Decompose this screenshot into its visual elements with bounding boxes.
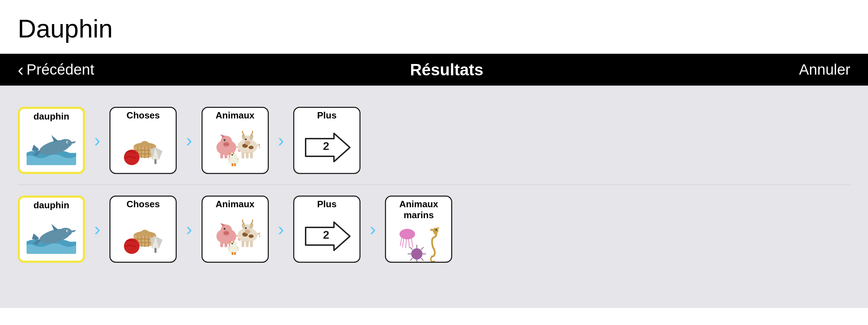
svg-rect-75 bbox=[242, 241, 244, 247]
category-card-animaux[interactable]: Animaux bbox=[202, 107, 269, 174]
svg-point-46 bbox=[67, 230, 68, 231]
svg-text:2: 2 bbox=[323, 140, 329, 152]
nav-center-title: Résultats bbox=[410, 60, 483, 79]
arrow-icon: › bbox=[186, 219, 192, 240]
svg-point-17 bbox=[223, 142, 229, 147]
cancel-button[interactable]: Annuler bbox=[799, 61, 850, 78]
svg-rect-40 bbox=[234, 163, 236, 166]
svg-point-28 bbox=[249, 146, 254, 149]
svg-point-19 bbox=[227, 144, 228, 145]
category-card-image bbox=[203, 122, 268, 173]
plus-card-image: 2 bbox=[294, 122, 359, 173]
arrow-icon: › bbox=[370, 219, 376, 240]
svg-rect-76 bbox=[246, 241, 249, 247]
plus-card[interactable]: Plus 2 bbox=[293, 107, 361, 174]
plus-card-image: 2 bbox=[294, 210, 359, 262]
back-button[interactable]: ‹ Précédent bbox=[18, 61, 94, 79]
arrow-icon: › bbox=[278, 130, 284, 151]
svg-point-59 bbox=[223, 231, 229, 236]
svg-rect-63 bbox=[220, 242, 223, 247]
svg-point-30 bbox=[245, 141, 250, 145]
word-card[interactable]: dauphin bbox=[18, 107, 85, 174]
page-title-area: Dauphin bbox=[0, 0, 868, 54]
card-notch bbox=[207, 196, 217, 197]
word-card-label: dauphin bbox=[31, 198, 71, 211]
svg-rect-81 bbox=[232, 252, 233, 255]
svg-line-90 bbox=[410, 247, 413, 250]
svg-rect-33 bbox=[242, 152, 244, 158]
arrow-icon: › bbox=[94, 130, 100, 151]
category-card-label: Animaux bbox=[214, 108, 257, 122]
svg-rect-82 bbox=[234, 252, 236, 255]
category-card-label: Choses bbox=[124, 197, 162, 210]
category-card-label: Animaux marins bbox=[386, 197, 451, 221]
svg-rect-39 bbox=[232, 163, 233, 166]
category-card-choses[interactable]: Choses bbox=[109, 196, 177, 263]
nav-bar: ‹ Précédent Résultats Annuler bbox=[0, 54, 868, 86]
card-notch bbox=[115, 196, 125, 197]
svg-rect-34 bbox=[246, 152, 249, 158]
result-row-1: dauphin ›Choses bbox=[18, 185, 850, 273]
plus-card-label: Plus bbox=[315, 197, 339, 210]
plus-card-label: Plus bbox=[315, 108, 339, 122]
svg-rect-21 bbox=[220, 153, 223, 158]
word-card[interactable]: dauphin bbox=[18, 196, 85, 263]
svg-line-91 bbox=[421, 247, 424, 250]
svg-line-93 bbox=[421, 258, 424, 261]
svg-point-80 bbox=[232, 243, 233, 244]
card-notch bbox=[207, 107, 217, 108]
svg-rect-56 bbox=[154, 248, 157, 253]
svg-point-38 bbox=[232, 154, 233, 156]
svg-point-85 bbox=[411, 248, 422, 260]
svg-point-62 bbox=[223, 228, 225, 230]
card-notch bbox=[115, 107, 125, 108]
svg-point-18 bbox=[225, 144, 226, 145]
svg-point-60 bbox=[225, 232, 226, 234]
svg-point-4 bbox=[67, 141, 68, 143]
category-card-image bbox=[386, 221, 451, 263]
category-card-marins[interactable]: Animaux marins bbox=[385, 196, 452, 263]
plus-card[interactable]: Plus 2 bbox=[293, 196, 361, 263]
category-card-choses[interactable]: Choses bbox=[109, 107, 177, 174]
card-notch bbox=[390, 196, 401, 197]
category-card-label: Choses bbox=[124, 108, 162, 122]
back-chevron-icon: ‹ bbox=[18, 61, 24, 79]
svg-text:2: 2 bbox=[323, 228, 329, 241]
svg-rect-77 bbox=[250, 241, 253, 247]
svg-point-70 bbox=[249, 234, 254, 238]
result-row-0: dauphin ›Choses bbox=[18, 96, 850, 185]
arrow-icon: › bbox=[94, 219, 100, 240]
svg-point-20 bbox=[223, 139, 225, 141]
word-card-label: dauphin bbox=[31, 109, 71, 123]
back-label: Précédent bbox=[27, 61, 94, 78]
arrow-icon: › bbox=[186, 130, 192, 151]
results-area: dauphin ›Choses bbox=[0, 86, 868, 308]
svg-line-92 bbox=[410, 258, 413, 261]
svg-rect-22 bbox=[225, 153, 227, 158]
word-card-image bbox=[20, 123, 83, 172]
svg-rect-35 bbox=[250, 152, 253, 158]
category-card-image bbox=[110, 210, 176, 262]
svg-point-95 bbox=[436, 229, 437, 231]
category-card-image bbox=[203, 210, 268, 262]
category-card-image bbox=[110, 122, 176, 173]
arrow-icon: › bbox=[278, 219, 284, 240]
category-card-label: Animaux bbox=[214, 197, 257, 210]
category-card-animaux[interactable]: Animaux bbox=[202, 196, 269, 263]
word-card-image bbox=[20, 211, 83, 261]
page-title: Dauphin bbox=[18, 14, 850, 43]
svg-rect-14 bbox=[154, 159, 157, 164]
svg-point-61 bbox=[227, 232, 228, 234]
svg-rect-64 bbox=[225, 242, 227, 247]
svg-point-72 bbox=[245, 230, 250, 234]
